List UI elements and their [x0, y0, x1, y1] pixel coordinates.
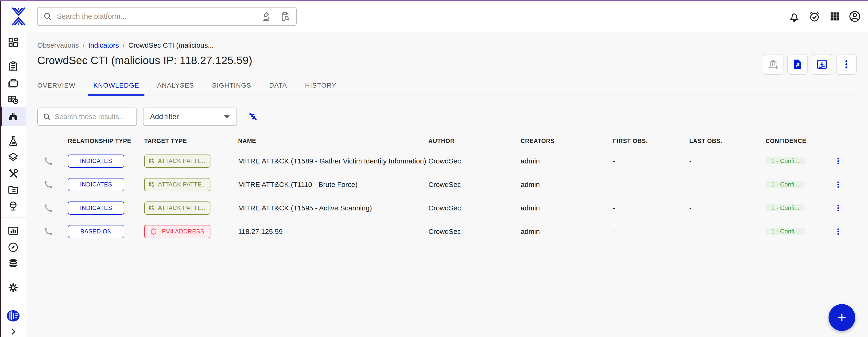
page-title: CrowdSec CTI (malicious IP: 118.27.125.5… [37, 54, 252, 67]
sidebar-item-arsenal[interactable] [0, 149, 26, 166]
relationship-creators: admin [521, 157, 613, 165]
last-obs-value: - [689, 157, 766, 165]
triggers-alarm-icon[interactable] [808, 10, 821, 23]
confidence-chip: 1 - Confi... [766, 204, 805, 211]
relationship-arc-icon [43, 179, 68, 190]
relationship-creators: admin [521, 227, 613, 236]
col-last-obs[interactable]: LAST OBS. [689, 137, 766, 145]
opencti-logo[interactable] [0, 7, 37, 26]
relationship-arc-icon [43, 156, 68, 166]
col-target-type[interactable]: TARGET TYPE [144, 137, 238, 145]
clipboard-search-icon[interactable] [280, 11, 290, 22]
sidebar-item-techniques[interactable] [0, 165, 26, 182]
sidebar-item-dashboard[interactable] [0, 34, 26, 51]
tab-knowledge[interactable]: KNOWLEDGE [93, 80, 139, 96]
target-type-chip[interactable]: IPV4 ADDRESS [144, 225, 210, 238]
relationship-creators: admin [521, 204, 613, 212]
sidebar-item-observations[interactable] [0, 108, 26, 125]
results-search-field [37, 108, 137, 126]
col-first-obs[interactable]: FIRST OBS. [613, 137, 689, 145]
target-type-chip[interactable]: ATTACK PATTE... [144, 155, 210, 168]
relationship-name: MITRE ATT&CK (T1595 - Active Scanning) [238, 204, 428, 212]
sidebar-item-xtm-hub[interactable] [0, 307, 26, 324]
col-name[interactable]: NAME [238, 137, 428, 145]
sidebar-item-dashboards[interactable] [0, 223, 26, 240]
account-icon[interactable] [848, 10, 861, 23]
sidebar-item-investigations[interactable] [0, 239, 26, 256]
notifications-bell-icon[interactable] [788, 10, 801, 23]
confidence-chip: 1 - Confi... [766, 181, 805, 188]
table-row[interactable]: INDICATES [37, 173, 857, 196]
sidebar-divider [0, 217, 26, 218]
table-row[interactable]: INDICATES [37, 149, 857, 173]
relationship-arc-icon [43, 226, 68, 237]
row-menu-dots-icon[interactable] [832, 179, 844, 190]
platform-search-input[interactable] [57, 12, 261, 21]
create-relationship-fab[interactable]: + [829, 304, 855, 331]
sidebar-item-events[interactable] [0, 91, 26, 108]
breadcrumb: Observations / Indicators / CrowdSec CTI… [37, 41, 857, 49]
row-menu-dots-icon[interactable] [832, 202, 844, 214]
relationship-author: CrowdSec [428, 227, 521, 236]
platform-search-bar [37, 7, 297, 26]
col-confidence[interactable]: CONFIDENCE [766, 137, 819, 145]
export-file-button[interactable] [787, 54, 808, 75]
relationship-name: MITRE ATT&CK (T1110 - Brute Force) [238, 181, 428, 189]
tab-history[interactable]: HISTORY [305, 80, 337, 96]
microscope-icon[interactable] [261, 11, 272, 22]
relationship-type-chip[interactable]: INDICATES [68, 178, 124, 191]
target-type-chip[interactable]: ATTACK PATTE... [144, 202, 210, 215]
relationship-creators: admin [521, 181, 613, 189]
relationship-author: CrowdSec [428, 204, 521, 212]
table-row[interactable]: INDICATES [37, 196, 857, 220]
confidence-chip: 1 - Confi... [766, 228, 805, 235]
col-creators[interactable]: CREATORS [521, 137, 613, 145]
breadcrumb-separator: / [83, 41, 85, 49]
target-type-label: IPV4 ADDRESS [160, 228, 204, 235]
import-data-button[interactable] [812, 54, 832, 75]
sidebar-item-analyses[interactable] [0, 58, 26, 75]
left-sidebar [0, 32, 26, 337]
breadcrumb-section-link[interactable]: Indicators [88, 41, 119, 49]
last-obs-value: - [689, 181, 766, 189]
add-organization-button[interactable] [763, 54, 783, 75]
topbar [0, 1, 868, 32]
results-search-input[interactable] [55, 113, 145, 121]
more-options-button[interactable] [836, 54, 857, 75]
window-top-strip [0, 0, 868, 1]
row-menu-dots-icon[interactable] [832, 155, 844, 167]
col-author[interactable]: AUTHOR [428, 137, 521, 145]
relationships-table: INDICATES [37, 149, 857, 243]
relationship-type-chip[interactable]: BASED ON [68, 225, 124, 238]
tab-data[interactable]: DATA [269, 80, 287, 96]
sidebar-item-threats[interactable] [0, 132, 26, 149]
tab-analyses[interactable]: ANALYSES [157, 80, 194, 96]
row-menu-dots-icon[interactable] [832, 226, 844, 238]
apps-grid-icon[interactable] [828, 10, 841, 23]
sidebar-item-data[interactable] [0, 255, 26, 272]
sidebar-item-locations[interactable] [0, 198, 26, 215]
breadcrumb-root[interactable]: Observations [37, 41, 79, 49]
col-relationship-type[interactable]: RELATIONSHIP TYPE [68, 137, 144, 145]
target-type-chip[interactable]: ATTACK PATTE... [144, 178, 210, 191]
sidebar-item-settings[interactable] [0, 279, 26, 296]
clear-filters-icon[interactable] [247, 111, 259, 123]
window-left-strip [0, 0, 1, 337]
tab-sightings[interactable]: SIGHTINGS [212, 80, 251, 96]
attack-pattern-icon [148, 158, 155, 165]
sidebar-divider [0, 276, 26, 276]
target-type-label: ATTACK PATTE... [158, 158, 207, 164]
relationship-type-chip[interactable]: INDICATES [68, 202, 124, 215]
relationship-type-chip[interactable]: INDICATES [68, 155, 124, 168]
tab-overview[interactable]: OVERVIEW [37, 80, 75, 96]
first-obs-value: - [613, 227, 689, 236]
first-obs-value: - [613, 181, 689, 189]
relationship-author: CrowdSec [428, 157, 521, 165]
plus-icon: + [837, 309, 846, 326]
sidebar-collapse-chevron-icon[interactable] [0, 323, 26, 337]
table-row[interactable]: BASED ON [37, 220, 857, 243]
sidebar-item-entities[interactable] [0, 181, 26, 198]
sidebar-item-cases[interactable] [0, 75, 26, 92]
table-header: RELATIONSHIP TYPE TARGET TYPE NAME AUTHO… [37, 132, 857, 149]
add-filter-select[interactable]: Add filter [143, 108, 237, 126]
